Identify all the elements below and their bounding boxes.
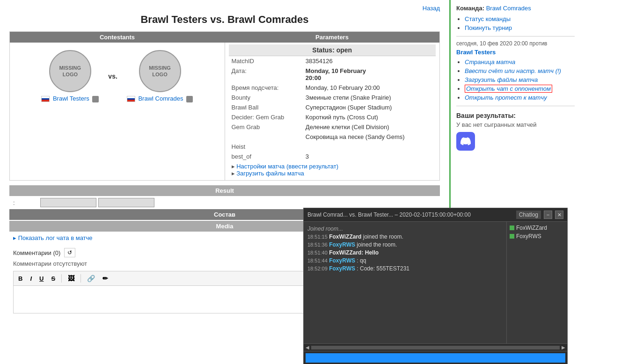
open-protest-link[interactable]: Открыть протест к матчу (465, 94, 547, 101)
sidebar-item-upload-files: Загрузить файлы матча (465, 76, 575, 83)
chat-window: Brawl Comrad... vs. Brawl Tester... – 20… (303, 208, 568, 364)
param-val-sandygems: Сокровища на песке (Sandy Gems) (303, 132, 436, 142)
chat-msg-3: 18:51:40 FoxWiZZard: Hello (307, 249, 503, 256)
result-input-right[interactable] (98, 198, 154, 207)
team1-flag (41, 96, 50, 102)
upload-link[interactable]: Загрузить файлы матча (232, 170, 304, 177)
contestants-header: Contestants (10, 32, 225, 43)
team1-block: MISSING LOGO Brawl Testers (41, 50, 99, 102)
refresh-comments-button[interactable]: ↺ (64, 248, 75, 257)
sidebar-divider2 (456, 106, 575, 106)
team2-flag (127, 96, 135, 102)
sidebar-divider (456, 36, 575, 36)
chat-close-button[interactable]: ✕ (555, 211, 563, 219)
match-team-link[interactable]: Brawl Testers (456, 49, 496, 56)
result-label: : (13, 199, 15, 206)
chat-username-2: FoxyRWS (516, 233, 541, 240)
param-bounty: Bounty Змеиные степи (Snake Prairie) (229, 93, 436, 102)
vs-label: vs. (108, 73, 117, 80)
quote-button[interactable]: ✏ (100, 273, 111, 284)
param-heist: Heist (229, 142, 436, 152)
param-links: Настройки матча (ввести результат) Загру… (229, 161, 436, 178)
chat-msg-1: 18:51:15 FoxWiZZard joined the room. (307, 233, 503, 240)
chat-user-item-1: FoxWiZZard (510, 225, 564, 231)
param-val-bounty: Змеиные степи (Snake Prairie) (303, 93, 436, 102)
chat-scroll-bar[interactable]: ◀ ▶ (304, 343, 567, 351)
team-status-link[interactable]: Статус команды (465, 15, 511, 22)
toolbar-separator1 (61, 274, 62, 283)
param-key-matchid: MatchID (229, 56, 303, 66)
chat-title-text: Brawl Comrad... vs. Brawl Tester... – 20… (307, 211, 471, 218)
match-page-link[interactable]: Страница матча (465, 58, 515, 66)
team1-link[interactable]: Brawl Testers (53, 95, 89, 102)
status-bar: Status: open (229, 44, 436, 56)
team1-name-row: Brawl Testers (41, 95, 99, 102)
sidebar-item-open-protest: Открыть протест к матчу (465, 94, 575, 101)
result-row: : (9, 196, 440, 209)
parameters-cell: Status: open MatchID 38354126 Дата: Mond… (225, 43, 440, 181)
discord-icon[interactable] (456, 132, 475, 151)
chat-minimize-button[interactable]: − (544, 211, 552, 219)
open-chat-link[interactable]: Открыть чат с оппонентом (465, 85, 552, 93)
match-table: Contestants Parameters MISSING LOGO (9, 31, 440, 181)
sidebar-item-team-status: Статус команды (465, 15, 575, 22)
param-val-brawlball: Суперстадион (Super Stadium) (303, 102, 436, 112)
leave-tournament-link[interactable]: Покинуть турнир (465, 24, 512, 31)
user-dot-1 (510, 226, 514, 230)
param-val-time: Monday, 10 February 20:00 (303, 83, 436, 93)
team2-name-row: Brawl Comrades (127, 95, 193, 102)
contestants-section: MISSING LOGO Brawl Testers (14, 44, 221, 108)
results-section: Ваши результаты: У вас нет сыгранных мат… (456, 112, 575, 128)
param-key-decider: Decider: Gem Grab (229, 112, 303, 122)
param-key-brawlball: Brawl Ball (229, 102, 303, 112)
param-key-sandygems (229, 132, 303, 142)
chat-input[interactable] (306, 353, 565, 363)
param-bestof: best_of 3 (229, 152, 436, 161)
scroll-right-arrow[interactable]: ▶ (562, 345, 565, 350)
chat-title-bar: Brawl Comrad... vs. Brawl Tester... – 20… (304, 208, 567, 222)
scroll-left-arrow[interactable]: ◀ (306, 345, 309, 350)
chat-user-item-2: FoxyRWS (510, 233, 564, 240)
sidebar-team-menu: Статус команды Покинуть турнир (465, 15, 575, 31)
sidebar-item-open-chat: Открыть чат с оппонентом (465, 85, 575, 92)
settings-link[interactable]: Настройки матча (ввести результат) (232, 163, 339, 170)
show-log-link[interactable]: Показать лог чата в матче (13, 234, 93, 241)
chat-input-row (304, 351, 567, 364)
upload-files-link[interactable]: Загрузить файлы матча (465, 76, 538, 83)
sidebar-item-leave-tournament: Покинуть турнир (465, 24, 575, 31)
param-gemgrab: Gem Grab Деление клетки (Cell Division) (229, 122, 436, 132)
param-key-gemgrab: Gem Grab (229, 122, 303, 132)
comments-title: Комментарии (0) (13, 249, 60, 256)
param-val-gemgrab: Деление клетки (Cell Division) (303, 122, 436, 132)
team2-edit-icon[interactable] (186, 96, 193, 102)
param-val-decider: Короткий путь (Cross Cut) (303, 112, 436, 122)
chat-msg-0: Joined room... (307, 226, 503, 232)
chat-title-right: Chatlog − ✕ (516, 211, 563, 219)
contestants-cell: MISSING LOGO Brawl Testers (10, 43, 225, 181)
strikethrough-button[interactable]: S (48, 274, 58, 284)
chat-body: Joined room... 18:51:15 FoxWiZZard joine… (304, 222, 567, 343)
param-key-bounty: Bounty (229, 93, 303, 102)
param-val-matchid: 38354126 (303, 56, 436, 66)
underline-button[interactable]: U (37, 274, 46, 284)
result-input-left[interactable] (40, 198, 96, 207)
enter-score-link[interactable]: Ввести счёт или настр. матч (!) (465, 67, 561, 74)
link-button[interactable]: 🔗 (84, 273, 98, 284)
chat-messages: Joined room... 18:51:15 FoxWiZZard joine… (304, 222, 506, 343)
team2-block: MISSING LOGO Brawl Comrades (127, 50, 193, 102)
team2-link[interactable]: Brawl Comrades (138, 95, 183, 102)
bold-button[interactable]: B (15, 274, 25, 284)
italic-button[interactable]: I (27, 274, 35, 284)
params-table: MatchID 38354126 Дата: Monday, 10 Februa… (229, 56, 436, 178)
results-title: Ваши результаты: (456, 112, 575, 119)
param-val-date: Monday, 10 February20:00 (303, 66, 436, 83)
team1-edit-icon[interactable] (92, 96, 99, 102)
sidebar-match-menu: Страница матча Ввести счёт или настр. ма… (465, 58, 575, 101)
sidebar-team-link[interactable]: Brawl Comrades (486, 5, 531, 12)
chat-username-1: FoxWiZZard (516, 225, 547, 231)
param-sandygems: Сокровища на песке (Sandy Gems) (229, 132, 436, 142)
param-val-bestof: 3 (303, 152, 436, 161)
image-button[interactable]: 🖼 (65, 273, 77, 284)
nav-back-link[interactable]: Назад (423, 5, 440, 12)
chatlog-label[interactable]: Chatlog (516, 211, 541, 219)
